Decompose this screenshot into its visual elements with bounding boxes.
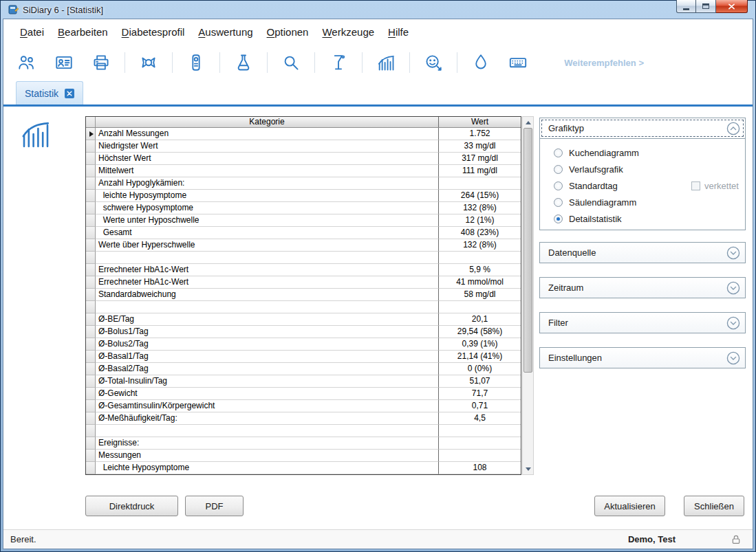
table-row[interactable]: Ø-Bolus1/Tag 29,54 (58%) bbox=[86, 326, 521, 338]
grid-corner-cell[interactable] bbox=[86, 117, 96, 127]
smiley-icon[interactable] bbox=[418, 49, 449, 76]
referral-link[interactable]: Weiterempfehlen > bbox=[564, 58, 644, 68]
radio-icon[interactable] bbox=[554, 198, 563, 207]
users-icon[interactable] bbox=[12, 49, 42, 76]
menu-werkzeuge[interactable]: Werkzeuge bbox=[315, 23, 381, 41]
chevron-down-icon[interactable] bbox=[726, 246, 740, 260]
glass-icon[interactable] bbox=[323, 49, 354, 76]
chevron-down-icon[interactable] bbox=[726, 351, 740, 365]
checkbox-icon[interactable] bbox=[691, 181, 700, 190]
row-selector[interactable] bbox=[86, 412, 96, 425]
schliessen-button[interactable]: Schließen bbox=[684, 496, 744, 516]
panel-filter[interactable]: Filter bbox=[539, 312, 746, 333]
table-row[interactable]: Messungen bbox=[86, 450, 521, 462]
scrollbar-track[interactable] bbox=[523, 128, 533, 463]
radio-icon[interactable] bbox=[554, 165, 563, 174]
row-selector[interactable] bbox=[86, 388, 96, 400]
chevron-down-icon[interactable] bbox=[726, 281, 740, 295]
table-row[interactable]: Ø-Meßhäufigkeit/Tag: 4,5 bbox=[86, 412, 521, 425]
row-selector[interactable] bbox=[86, 264, 96, 276]
row-selector[interactable] bbox=[86, 450, 96, 462]
row-selector[interactable] bbox=[86, 363, 96, 375]
table-row[interactable]: Mittelwert 111 mg/dl bbox=[86, 165, 521, 177]
row-selector[interactable] bbox=[86, 301, 96, 313]
keyboard-icon[interactable] bbox=[503, 49, 533, 76]
table-row[interactable]: Werte unter Hyposchwelle 12 (1%) bbox=[86, 214, 521, 227]
table-row[interactable]: Leichte Hyposymptome 108 bbox=[86, 462, 521, 474]
table-row[interactable] bbox=[86, 425, 521, 437]
scroll-down-button[interactable] bbox=[523, 463, 533, 474]
row-selector[interactable] bbox=[86, 326, 96, 338]
table-row[interactable]: Ø-BE/Tag 20,1 bbox=[86, 313, 521, 326]
row-selector[interactable] bbox=[86, 462, 96, 474]
table-row[interactable]: Standardabweichung 58 mg/dl bbox=[86, 289, 521, 301]
table-row[interactable]: leichte Hyposymptome 264 (15%) bbox=[86, 190, 521, 202]
title-bar[interactable]: SiDiary 6 - [Statistik] bbox=[3, 1, 753, 19]
radio-icon[interactable] bbox=[554, 181, 563, 190]
table-row[interactable]: Ereignisse: bbox=[86, 437, 521, 450]
row-selector[interactable] bbox=[86, 276, 96, 289]
table-row[interactable]: Ø-Gewicht 71,7 bbox=[86, 388, 521, 400]
row-selector[interactable] bbox=[86, 153, 96, 165]
radio-säulendiagramm[interactable]: Säulendiagramm bbox=[554, 194, 745, 210]
row-selector[interactable] bbox=[86, 400, 96, 412]
aktualisieren-button[interactable]: Aktualisieren bbox=[594, 496, 665, 516]
table-row[interactable]: Gesamt 408 (23%) bbox=[86, 227, 521, 239]
minimize-button[interactable] bbox=[676, 0, 696, 13]
row-selector[interactable] bbox=[86, 202, 96, 214]
table-row[interactable]: Errechneter HbA1c-Wert 5,9 % bbox=[86, 264, 521, 276]
radio-icon[interactable] bbox=[554, 214, 563, 223]
table-row[interactable]: Niedrigster Wert 33 mg/dl bbox=[86, 140, 521, 153]
chevron-up-icon[interactable] bbox=[726, 122, 740, 135]
row-selector[interactable] bbox=[86, 165, 96, 177]
row-selector[interactable] bbox=[86, 227, 96, 239]
radio-kuchendiagramm[interactable]: Kuchendiagramm bbox=[554, 144, 745, 161]
menu-diabetesprofil[interactable]: Diabetesprofil bbox=[115, 23, 192, 41]
magnifier-icon[interactable] bbox=[276, 49, 306, 76]
tab-statistik[interactable]: Statistik bbox=[16, 81, 83, 104]
vertical-scrollbar[interactable] bbox=[522, 116, 534, 475]
close-button[interactable] bbox=[716, 0, 748, 13]
verkettet-checkbox[interactable]: verkettet bbox=[691, 181, 739, 191]
row-selector[interactable] bbox=[86, 140, 96, 153]
radio-verlaufsgrafik[interactable]: Verlaufsgrafik bbox=[554, 161, 745, 177]
table-row[interactable]: Ø-Bolus2/Tag 0,39 (1%) bbox=[86, 338, 521, 351]
row-selector[interactable] bbox=[86, 351, 96, 363]
table-row[interactable]: Errechneter HbA1c-Wert 41 mmol/mol bbox=[86, 276, 521, 289]
row-selector[interactable] bbox=[86, 425, 96, 437]
column-header-wert[interactable]: Wert bbox=[438, 117, 521, 127]
row-selector[interactable] bbox=[86, 177, 96, 190]
row-selector[interactable] bbox=[86, 128, 96, 140]
tab-close-icon[interactable] bbox=[65, 89, 74, 98]
menu-hilfe[interactable]: Hilfe bbox=[381, 23, 415, 41]
panel-einstellungen[interactable]: Einstellungen bbox=[539, 347, 746, 368]
scroll-up-button[interactable] bbox=[523, 117, 533, 128]
row-selector[interactable] bbox=[86, 313, 96, 326]
table-row[interactable]: schwere Hyposymptome 132 (8%) bbox=[86, 202, 521, 214]
row-selector[interactable] bbox=[86, 437, 96, 450]
meter-icon[interactable] bbox=[181, 49, 211, 76]
panel-datenquelle[interactable]: Datenquelle bbox=[539, 242, 746, 263]
bar-chart-icon[interactable] bbox=[371, 49, 401, 76]
row-selector[interactable] bbox=[86, 252, 96, 264]
printer-icon[interactable] bbox=[86, 49, 116, 76]
row-selector[interactable] bbox=[86, 338, 96, 351]
table-row[interactable] bbox=[86, 301, 521, 313]
table-row[interactable]: Ø-Basal1/Tag 21,14 (41%) bbox=[86, 351, 521, 363]
panel-zeitraum[interactable]: Zeitraum bbox=[539, 277, 746, 298]
lock-icon[interactable] bbox=[731, 533, 742, 546]
table-row[interactable]: Anzahl Messungen 1.752 bbox=[86, 128, 521, 140]
table-row[interactable]: Ø-Basal2/Tag 0 (0%) bbox=[86, 363, 521, 375]
row-selector[interactable] bbox=[86, 375, 96, 388]
menu-auswertung[interactable]: Auswertung bbox=[191, 23, 259, 41]
menu-bearbeiten[interactable]: Bearbeiten bbox=[51, 23, 115, 41]
pdf-button[interactable]: PDF bbox=[185, 496, 244, 516]
column-header-kategorie[interactable]: Kategorie bbox=[96, 117, 438, 127]
radio-icon[interactable] bbox=[554, 148, 563, 157]
row-selector[interactable] bbox=[86, 239, 96, 252]
table-row[interactable]: Höchster Wert 317 mg/dl bbox=[86, 153, 521, 165]
grafiktyp-panel-header[interactable]: Grafiktyp bbox=[540, 118, 745, 138]
table-row[interactable] bbox=[86, 252, 521, 264]
menu-optionen[interactable]: Optionen bbox=[260, 23, 316, 41]
row-selector[interactable] bbox=[86, 214, 96, 227]
